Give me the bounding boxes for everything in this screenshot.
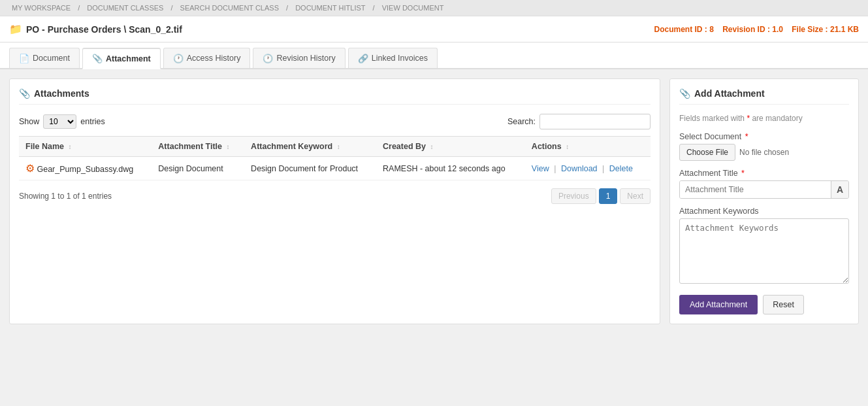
header-bar: 📁 PO - Purchase Orders \ Scan_0_2.tif Do… (0, 16, 868, 42)
file-size-value: 21.1 KB (830, 25, 859, 34)
breadcrumb-item-2[interactable]: DOCUMENT CLASSES (87, 4, 163, 12)
text-input-icon: A (831, 181, 848, 198)
attachments-panel-icon: 📎 (19, 88, 30, 99)
tab-revision-history[interactable]: 🕐 Revision History (253, 48, 345, 68)
col-attachment-title[interactable]: Attachment Title ↕ (152, 137, 244, 157)
cell-attachment-title: Design Document (152, 157, 244, 180)
pagination-buttons: Previous 1 Next (551, 188, 651, 204)
created-by-sort-icon: ↕ (430, 143, 434, 150)
file-name-text: Gear_Pump_Subassy.dwg (37, 165, 133, 174)
tab-attachment-label: Attachment (106, 54, 151, 63)
tab-attachment[interactable]: 📎 Attachment (82, 48, 161, 69)
attachment-title-input-wrapper: A (679, 180, 849, 199)
select-document-required: * (745, 132, 748, 141)
attachment-title-sort-icon: ↕ (227, 143, 230, 150)
add-attachment-button[interactable]: Add Attachment (679, 295, 758, 314)
attachment-keywords-textarea[interactable] (679, 218, 849, 284)
form-actions: Add Attachment Reset (679, 295, 849, 314)
rev-id-label: Revision ID : (722, 25, 770, 34)
select-document-group: Select Document * Choose File No file ch… (679, 132, 849, 161)
add-attachment-panel: 📎 Add Attachment Fields marked with * ar… (669, 78, 859, 324)
mandatory-star: * (747, 114, 750, 123)
revision-history-tab-icon: 🕐 (263, 54, 273, 63)
show-label: Show (19, 117, 39, 126)
col-attachment-keyword[interactable]: Attachment Keyword ↕ (244, 137, 376, 157)
attachments-panel: 📎 Attachments Show 10 25 50 100 entries … (9, 78, 660, 324)
tab-access-history[interactable]: 🕐 Access History (163, 48, 251, 68)
document-path: PO - Purchase Orders \ Scan_0_2.tif (26, 24, 182, 35)
delete-link[interactable]: Delete (609, 164, 633, 173)
attachment-keyword-sort-icon: ↕ (337, 143, 340, 150)
add-attachment-title-text: Add Attachment (694, 88, 765, 99)
header-title: 📁 PO - Purchase Orders \ Scan_0_2.tif (9, 23, 182, 35)
page-1-button[interactable]: 1 (599, 188, 618, 204)
attachment-title-label: Attachment Title * (679, 169, 849, 178)
file-input-wrapper: Choose File No file chosen (679, 144, 849, 161)
attachments-title-text: Attachments (34, 88, 89, 99)
action-sep-1: | (554, 164, 556, 173)
search-label: Search: (507, 117, 536, 126)
add-attachment-title: 📎 Add Attachment (679, 88, 849, 105)
file-type-icon: ⚙ (25, 163, 35, 174)
access-history-tab-icon: 🕐 (173, 54, 184, 63)
action-links: View | Download | Delete (532, 164, 633, 173)
table-header-row: File Name ↕ Attachment Title ↕ Attachmen… (19, 137, 651, 157)
tab-document[interactable]: 📄 Document (9, 48, 80, 68)
attachment-keywords-label: Attachment Keywords (679, 207, 849, 216)
attachment-title-required: * (741, 169, 745, 178)
rev-id-value: 1.0 (772, 25, 783, 34)
breadcrumb-item-4[interactable]: DOCUMENT HITLIST (295, 4, 365, 12)
linked-invoices-tab-icon: 🔗 (358, 54, 368, 63)
select-document-label: Select Document * (679, 132, 849, 141)
view-link[interactable]: View (532, 164, 549, 173)
attachment-keywords-group: Attachment Keywords (679, 207, 849, 286)
breadcrumb-item-5[interactable]: VIEW DOCUMENT (382, 4, 444, 12)
cell-attachment-keyword: Design Document for Product (244, 157, 376, 180)
breadcrumb-sep-1: / (78, 4, 82, 12)
attachment-title-group: Attachment Title * A (679, 169, 849, 199)
previous-button[interactable]: Previous (551, 188, 596, 204)
choose-file-button[interactable]: Choose File (679, 144, 735, 161)
file-name-sort-icon: ↕ (69, 143, 72, 150)
cell-actions: View | Download | Delete (525, 157, 651, 180)
col-actions[interactable]: Actions ↕ (525, 137, 651, 157)
search-box: Search: (507, 114, 651, 129)
entries-label: entries (80, 117, 105, 126)
doc-id-value: 8 (709, 25, 714, 34)
tab-linked-invoices-label: Linked Invoices (372, 54, 428, 63)
file-size-label: File Size : (792, 25, 828, 34)
breadcrumb-sep-3: / (286, 4, 290, 12)
breadcrumb: MY WORKSPACE / DOCUMENT CLASSES / SEARCH… (0, 0, 868, 16)
cell-file-name: ⚙ Gear_Pump_Subassy.dwg (19, 157, 152, 180)
entries-select[interactable]: 10 25 50 100 (43, 114, 76, 129)
table-row: ⚙ Gear_Pump_Subassy.dwg Design Document … (19, 157, 651, 180)
no-file-text: No file chosen (739, 148, 789, 157)
breadcrumb-item-3[interactable]: SEARCH DOCUMENT CLASS (180, 4, 279, 12)
search-input[interactable] (539, 114, 651, 129)
header-meta: Document ID : 8 Revision ID : 1.0 File S… (654, 25, 859, 34)
table-controls: Show 10 25 50 100 entries Search: (19, 114, 651, 129)
add-attachment-icon: 📎 (679, 88, 690, 99)
mandatory-note: Fields marked with * are mandatory (679, 114, 849, 123)
show-entries-control: Show 10 25 50 100 entries (19, 114, 105, 129)
tabs-bar: 📄 Document 📎 Attachment 🕐 Access History… (0, 42, 868, 69)
breadcrumb-sep-4: / (373, 4, 377, 12)
attachment-title-input[interactable] (680, 181, 831, 198)
cell-created-by: RAMESH - about 12 seconds ago (376, 157, 525, 180)
tab-linked-invoices[interactable]: 🔗 Linked Invoices (348, 48, 438, 68)
attachments-panel-title: 📎 Attachments (19, 88, 651, 105)
col-file-name[interactable]: File Name ↕ (19, 137, 152, 157)
action-sep-2: | (602, 164, 604, 173)
doc-id-label: Document ID : (654, 25, 707, 34)
actions-sort-icon: ↕ (566, 143, 569, 150)
attachments-table: File Name ↕ Attachment Title ↕ Attachmen… (19, 136, 651, 180)
breadcrumb-item-1[interactable]: MY WORKSPACE (12, 4, 71, 12)
pagination-area: Showing 1 to 1 of 1 entries Previous 1 N… (19, 188, 651, 204)
breadcrumb-sep-2: / (170, 4, 174, 12)
reset-button[interactable]: Reset (763, 295, 804, 314)
tab-access-history-label: Access History (187, 54, 241, 63)
col-created-by[interactable]: Created By ↕ (376, 137, 525, 157)
tab-revision-history-label: Revision History (276, 54, 335, 63)
download-link[interactable]: Download (561, 164, 598, 173)
next-button[interactable]: Next (620, 188, 651, 204)
